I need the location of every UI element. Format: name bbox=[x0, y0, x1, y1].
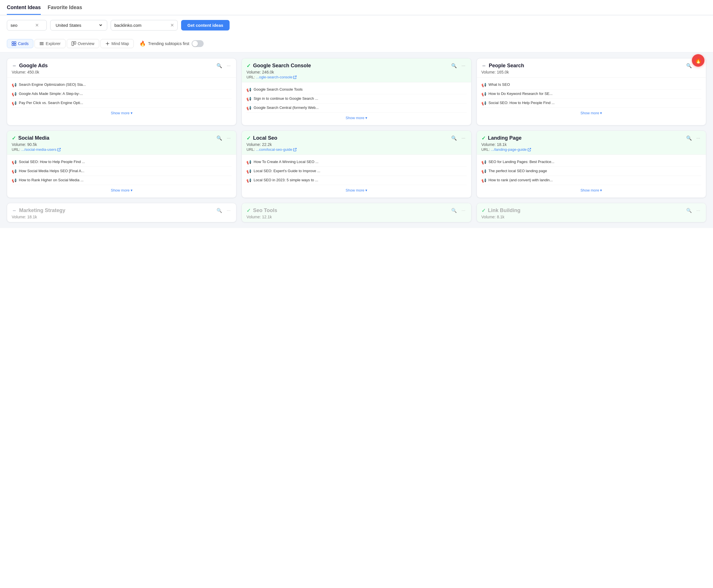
megaphone-icon: 📢 bbox=[246, 87, 251, 92]
external-link-icon bbox=[57, 148, 61, 151]
card-item: 📢 Pay Per Click vs. Search Engine Opti..… bbox=[12, 99, 231, 108]
card-header-row: ✓ Landing Page 🔍 ··· bbox=[482, 135, 701, 141]
megaphone-icon: 📢 bbox=[246, 178, 251, 183]
toolbar: ✕ United States United Kingdom Canada Au… bbox=[0, 15, 713, 35]
search-input[interactable] bbox=[11, 23, 33, 28]
search-button[interactable]: 🔍 bbox=[215, 207, 223, 214]
more-options-button[interactable]: ··· bbox=[226, 135, 231, 141]
search-button[interactable]: 🔍 bbox=[685, 62, 693, 69]
more-options-button[interactable]: ··· bbox=[226, 208, 231, 214]
svg-rect-3 bbox=[14, 44, 16, 46]
trending-label: Trending subtopics first bbox=[148, 41, 189, 46]
country-select[interactable]: United States United Kingdom Canada Aust… bbox=[55, 22, 103, 28]
card-url-link[interactable]: ...ogle-search-console bbox=[256, 75, 297, 79]
card-item-text: Social SEO: How to Help People Find ... bbox=[489, 101, 555, 105]
trending-wrap: 🔥 Trending subtopics first bbox=[140, 40, 203, 47]
more-options-button[interactable]: ··· bbox=[226, 63, 231, 69]
check-icon: ✓ bbox=[12, 135, 16, 141]
megaphone-icon: 📢 bbox=[482, 160, 486, 165]
domain-input[interactable] bbox=[114, 23, 168, 28]
megaphone-icon: 📢 bbox=[12, 169, 17, 173]
card-google-ads: − Google Ads 🔍 ··· Volume: 450.0k 📢 Sear… bbox=[7, 58, 237, 125]
card-url-link[interactable]: .../social-media-users bbox=[21, 147, 61, 152]
card-item: 📢 Local SEO: Expert's Guide to Improve .… bbox=[246, 167, 466, 176]
card-item-text: What Is SEO bbox=[489, 82, 510, 87]
show-more-button[interactable]: Show more ▾ bbox=[346, 188, 367, 192]
svg-rect-5 bbox=[40, 43, 44, 44]
show-more-button[interactable]: Show more ▾ bbox=[580, 188, 602, 192]
tab-favorite-ideas[interactable]: Favorite Ideas bbox=[48, 4, 82, 15]
svg-rect-0 bbox=[12, 42, 14, 43]
more-options-button[interactable]: ··· bbox=[695, 135, 701, 141]
search-button[interactable]: 🔍 bbox=[450, 62, 458, 69]
domain-clear-button[interactable]: ✕ bbox=[170, 22, 174, 28]
country-select-wrap: United States United Kingdom Canada Aust… bbox=[50, 20, 107, 30]
card-header-row: ✓ Link Building 🔍 ··· bbox=[482, 207, 701, 214]
card-url-link[interactable]: ...com/local-seo-guide bbox=[256, 147, 297, 152]
search-clear-button[interactable]: ✕ bbox=[35, 22, 39, 28]
card-volume: Volume: 165.0k bbox=[482, 70, 701, 75]
card-item-text: Pay Per Click vs. Search Engine Opti... bbox=[19, 101, 83, 105]
card-body: 📢 What Is SEO 📢 How to Do Keyword Resear… bbox=[477, 77, 706, 120]
card-volume: Volume: 18.1k bbox=[482, 142, 701, 147]
search-button[interactable]: 🔍 bbox=[450, 135, 458, 141]
card-url: URL: .../landing-page-guide bbox=[482, 147, 701, 152]
more-options-button[interactable]: ··· bbox=[695, 208, 701, 214]
card-title: Marketing Strategy bbox=[19, 208, 213, 213]
show-more-button[interactable]: Show more ▾ bbox=[346, 116, 367, 120]
external-link-icon bbox=[293, 76, 297, 79]
more-options-button[interactable]: ··· bbox=[460, 208, 466, 214]
card-body: 📢 How To Create A Winning Local SEO ... … bbox=[242, 154, 471, 197]
svg-rect-2 bbox=[12, 44, 14, 46]
tab-overview[interactable]: Overview bbox=[67, 39, 99, 48]
card-url: URL: ...ogle-search-console bbox=[246, 75, 466, 79]
card-header-row: − Google Ads 🔍 ··· bbox=[12, 62, 231, 69]
card-body: 📢 Google Search Console Tools 📢 Sign in … bbox=[242, 82, 471, 125]
header-tabs: Content Ideas Favorite Ideas bbox=[0, 0, 713, 15]
card-header-row: − Marketing Strategy 🔍 ··· bbox=[12, 207, 231, 214]
tab-explorer[interactable]: Explorer bbox=[35, 39, 65, 48]
svg-rect-6 bbox=[40, 44, 44, 45]
fire-fab-button[interactable]: 🔥 bbox=[692, 54, 705, 67]
card-item: 📢 Social SEO: How to Help People Find ..… bbox=[482, 99, 701, 108]
check-icon: ✓ bbox=[246, 208, 251, 214]
card-url-link[interactable]: .../landing-page-guide bbox=[491, 147, 531, 152]
card-volume: Volume: 22.2k bbox=[246, 142, 466, 147]
megaphone-icon: 📢 bbox=[482, 92, 486, 96]
search-button[interactable]: 🔍 bbox=[450, 207, 458, 214]
card-header-row: ✓ Seo Tools 🔍 ··· bbox=[246, 207, 466, 214]
megaphone-icon: 📢 bbox=[482, 83, 486, 87]
card-item: 📢 What Is SEO bbox=[482, 80, 701, 89]
card-item-text: SEO for Landing Pages: Best Practice... bbox=[489, 160, 554, 164]
view-tabs: Cards Explorer Overview Mind Map 🔥 Trend… bbox=[0, 35, 713, 52]
card-item-text: Google Search Console Tools bbox=[253, 87, 303, 91]
card-header: ✓ Google Search Console 🔍 ··· Volume: 24… bbox=[242, 59, 471, 82]
megaphone-icon: 📢 bbox=[246, 97, 251, 101]
card-item-text: Google Ads Made Simple: A Step-by-... bbox=[19, 91, 83, 96]
show-more-button[interactable]: Show more ▾ bbox=[111, 188, 133, 192]
card-item-text: How To Create A Winning Local SEO ... bbox=[253, 160, 318, 164]
card-title: Seo Tools bbox=[253, 208, 448, 213]
tab-content-ideas[interactable]: Content Ideas bbox=[7, 4, 41, 15]
search-button[interactable]: 🔍 bbox=[215, 62, 223, 69]
get-ideas-button[interactable]: Get content ideas bbox=[181, 20, 229, 30]
tab-mind-map[interactable]: Mind Map bbox=[100, 39, 134, 48]
tab-cards[interactable]: Cards bbox=[7, 39, 33, 48]
megaphone-icon: 📢 bbox=[12, 92, 17, 96]
search-button[interactable]: 🔍 bbox=[685, 207, 693, 214]
minus-icon: − bbox=[12, 63, 17, 69]
more-options-button[interactable]: ··· bbox=[460, 135, 466, 141]
check-icon: ✓ bbox=[246, 63, 251, 69]
more-options-button[interactable]: ··· bbox=[460, 63, 466, 69]
megaphone-icon: 📢 bbox=[12, 83, 17, 87]
search-button[interactable]: 🔍 bbox=[685, 135, 693, 141]
card-header: − Google Ads 🔍 ··· Volume: 450.0k bbox=[7, 59, 236, 77]
megaphone-icon: 📢 bbox=[12, 178, 17, 183]
show-more-button[interactable]: Show more ▾ bbox=[111, 111, 133, 115]
show-more: Show more ▾ bbox=[482, 185, 701, 196]
card-item: 📢 Search Engine Optimization (SEO) Sta..… bbox=[12, 80, 231, 89]
trending-toggle[interactable] bbox=[192, 40, 204, 47]
search-button[interactable]: 🔍 bbox=[215, 135, 223, 141]
cards-icon bbox=[12, 41, 16, 46]
show-more-button[interactable]: Show more ▾ bbox=[580, 111, 602, 115]
